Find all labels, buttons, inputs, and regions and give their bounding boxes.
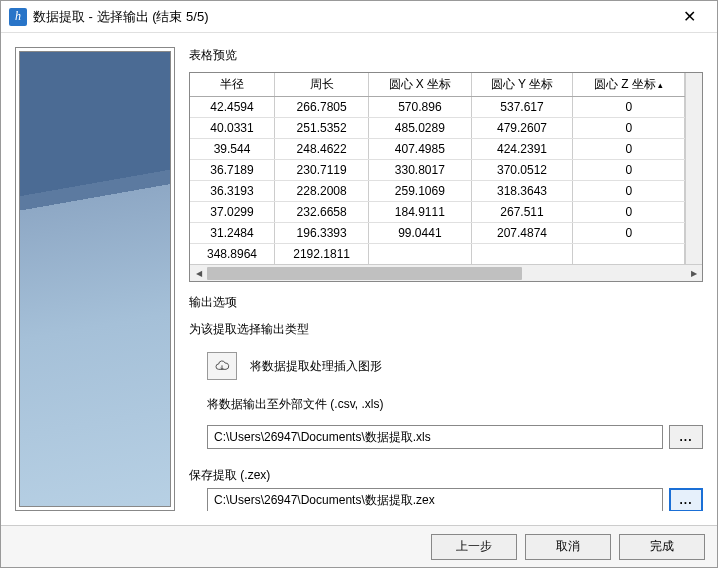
table-cell: 36.7189	[190, 160, 275, 181]
table-cell: 207.4874	[471, 223, 573, 244]
table-cell: 370.0512	[471, 160, 573, 181]
table-cell: 348.8964	[190, 244, 275, 265]
save-extract-label: 保存提取 (.zex)	[189, 467, 703, 484]
table-cell: 232.6658	[275, 202, 369, 223]
table-cell: 99.0441	[369, 223, 471, 244]
table-row[interactable]: 42.4594266.7805570.896537.6170	[190, 97, 685, 118]
table-cell: 184.9111	[369, 202, 471, 223]
table-cell: 230.7119	[275, 160, 369, 181]
table-cell: 0	[573, 181, 685, 202]
table-cell: 0	[573, 202, 685, 223]
insert-into-drawing-button[interactable]	[207, 352, 237, 380]
table-cell: 2192.1811	[275, 244, 369, 265]
table-row[interactable]: 36.3193228.2008259.1069318.36430	[190, 181, 685, 202]
table-cell: 251.5352	[275, 118, 369, 139]
table-cell: 31.2484	[190, 223, 275, 244]
preview-panel	[15, 47, 175, 511]
preview-image	[19, 51, 171, 507]
column-header[interactable]: 圆心 Y 坐标	[471, 73, 573, 97]
table-cell: 0	[573, 139, 685, 160]
table-row[interactable]: 37.0299232.6658184.9111267.5110	[190, 202, 685, 223]
table-row[interactable]: 36.7189230.7119330.8017370.05120	[190, 160, 685, 181]
table-row[interactable]: 39.544248.4622407.4985424.23910	[190, 139, 685, 160]
table-cell	[573, 244, 685, 265]
table-cell: 266.7805	[275, 97, 369, 118]
finish-button[interactable]: 完成	[619, 534, 705, 560]
window-title: 数据提取 - 选择输出 (结束 5/5)	[33, 8, 669, 26]
scroll-right-arrow[interactable]: ▶	[685, 265, 702, 282]
scroll-left-arrow[interactable]: ◀	[190, 265, 207, 282]
content-area: 表格预览 半径周长圆心 X 坐标圆心 Y 坐标圆心 Z 坐标 ▴ 42.4594…	[1, 33, 717, 525]
cloud-insert-icon	[214, 358, 230, 374]
close-button[interactable]: ✕	[669, 7, 709, 26]
table-cell: 0	[573, 160, 685, 181]
table-cell: 537.617	[471, 97, 573, 118]
output-options-sub: 为该提取选择输出类型	[189, 321, 703, 338]
table-cell: 267.511	[471, 202, 573, 223]
table-cell	[369, 244, 471, 265]
right-panel: 表格预览 半径周长圆心 X 坐标圆心 Y 坐标圆心 Z 坐标 ▴ 42.4594…	[189, 47, 703, 511]
column-header[interactable]: 周长	[275, 73, 369, 97]
table-cell: 37.0299	[190, 202, 275, 223]
table-cell: 407.4985	[369, 139, 471, 160]
table-cell: 196.3393	[275, 223, 369, 244]
table-preview-label: 表格预览	[189, 47, 703, 64]
column-header[interactable]: 圆心 X 坐标	[369, 73, 471, 97]
table-cell: 40.0331	[190, 118, 275, 139]
table-cell: 0	[573, 118, 685, 139]
back-button[interactable]: 上一步	[431, 534, 517, 560]
table-cell: 248.4622	[275, 139, 369, 160]
table-cell: 485.0289	[369, 118, 471, 139]
table-cell: 318.3643	[471, 181, 573, 202]
table-cell: 42.4594	[190, 97, 275, 118]
table-cell	[471, 244, 573, 265]
column-header[interactable]: 半径	[190, 73, 275, 97]
export-external-label: 将数据输出至外部文件 (.csv, .xls)	[207, 396, 703, 413]
table-cell: 39.544	[190, 139, 275, 160]
vertical-scrollbar[interactable]	[685, 73, 702, 264]
table-cell: 570.896	[369, 97, 471, 118]
cancel-button[interactable]: 取消	[525, 534, 611, 560]
data-table: 半径周长圆心 X 坐标圆心 Y 坐标圆心 Z 坐标 ▴ 42.4594266.7…	[190, 73, 685, 264]
footer: 上一步 取消 完成	[1, 525, 717, 567]
export-path-input[interactable]	[207, 425, 663, 449]
insert-into-drawing-label: 将数据提取处理插入图形	[250, 358, 382, 375]
titlebar: h 数据提取 - 选择输出 (结束 5/5) ✕	[1, 1, 717, 33]
table-row[interactable]: 348.89642192.1811	[190, 244, 685, 265]
export-browse-button[interactable]: ...	[669, 425, 703, 449]
save-path-input[interactable]	[207, 488, 663, 511]
table-cell: 0	[573, 223, 685, 244]
save-browse-button[interactable]: ...	[669, 488, 703, 511]
horizontal-scrollbar[interactable]: ◀ ▶	[190, 264, 702, 281]
table-cell: 479.2607	[471, 118, 573, 139]
table-cell: 259.1069	[369, 181, 471, 202]
sort-up-icon: ▴	[656, 80, 664, 90]
table-cell: 228.2008	[275, 181, 369, 202]
app-icon: h	[9, 8, 27, 26]
table-container: 半径周长圆心 X 坐标圆心 Y 坐标圆心 Z 坐标 ▴ 42.4594266.7…	[189, 72, 703, 282]
table-cell: 424.2391	[471, 139, 573, 160]
table-row[interactable]: 40.0331251.5352485.0289479.26070	[190, 118, 685, 139]
scroll-thumb[interactable]	[207, 267, 522, 280]
table-scroll[interactable]: 半径周长圆心 X 坐标圆心 Y 坐标圆心 Z 坐标 ▴ 42.4594266.7…	[190, 73, 685, 264]
table-cell: 0	[573, 97, 685, 118]
table-row[interactable]: 31.2484196.339399.0441207.48740	[190, 223, 685, 244]
column-header[interactable]: 圆心 Z 坐标 ▴	[573, 73, 685, 97]
table-cell: 36.3193	[190, 181, 275, 202]
output-options-heading: 输出选项	[189, 294, 703, 311]
dialog-window: h 数据提取 - 选择输出 (结束 5/5) ✕ 表格预览 半径周长圆心 X 坐…	[0, 0, 718, 568]
table-cell: 330.8017	[369, 160, 471, 181]
scroll-track[interactable]	[207, 265, 685, 282]
